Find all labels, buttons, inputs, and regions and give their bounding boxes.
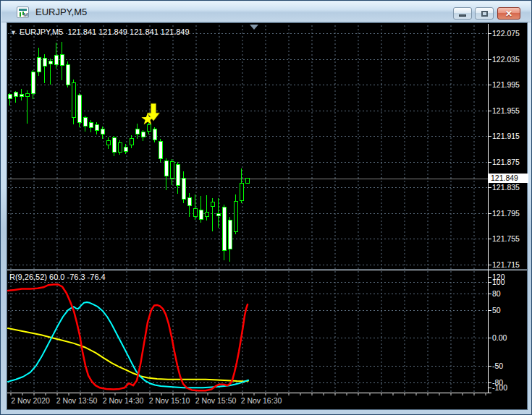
candle-body [141, 132, 145, 137]
price-axis-label: 121.915 [492, 132, 520, 140]
candle-body [176, 164, 180, 185]
candle-body [95, 125, 98, 130]
candle-body [170, 162, 174, 179]
candle-body [77, 95, 81, 122]
candle-body [112, 138, 116, 153]
candle-body [83, 117, 87, 126]
price-axis-label: 121.995 [492, 80, 520, 89]
price-axis-label: 122.075 [492, 29, 520, 38]
chart-ohlc-header[interactable]: ▼EURJPY,M5 121.841 121.849 121.841 121.8… [10, 27, 190, 36]
indicator-header[interactable]: R(9,26,52) 60.0 -76.3 -76.4 [9, 273, 106, 281]
time-axis-label: 2 Nov 14:30 [103, 396, 144, 405]
chart-document-icon: M [17, 7, 29, 18]
candle-body [101, 129, 104, 134]
indicator-axis-label: 50 [492, 306, 501, 315]
candle-body [228, 220, 232, 249]
indicator-line-cyan [8, 302, 248, 388]
candle-body [153, 129, 156, 140]
candle-body [8, 94, 12, 98]
window-title: EURJPY,M5 [35, 7, 87, 17]
candle-body [187, 197, 191, 206]
indicator-axis-label: -100 [492, 383, 507, 392]
candle-body [205, 213, 208, 217]
candle-body [54, 55, 58, 64]
chart-symbol-period: EURJPY,M5 [20, 27, 63, 36]
candle-body [135, 129, 139, 134]
indicator-axis-label: 80 [492, 289, 501, 298]
candle-body [66, 65, 69, 85]
title-bar[interactable]: M EURJPY,M5 ✕ [1, 1, 531, 22]
chart-shift-marker-icon [250, 25, 258, 30]
current-price-badge: 121.849 [489, 174, 528, 183]
indicator-line-red [8, 284, 248, 390]
indicator-axis-label: -50 [492, 361, 503, 370]
candle-body [240, 184, 243, 201]
indicator-axis-label: 100 [492, 278, 505, 286]
candle-body [199, 210, 203, 219]
candle-body [31, 72, 35, 93]
candle-body [245, 179, 249, 184]
restore-button[interactable] [475, 7, 494, 20]
candle-body [147, 125, 151, 132]
chart-client-area: 122.075122.035121.995121.955121.915121.8… [7, 22, 528, 410]
price-axis-label: 121.755 [492, 234, 520, 243]
price-axis-label: 122.035 [492, 55, 520, 64]
close-button[interactable]: ✕ [497, 7, 520, 20]
candle-body [14, 93, 17, 97]
time-axis-label: 2 Nov 2020 [11, 396, 50, 405]
candle-body [211, 202, 214, 206]
time-axis-label: 2 Nov 15:50 [195, 396, 237, 405]
candle-body [234, 202, 237, 232]
time-axis-label: 2 Nov 16:30 [241, 396, 282, 405]
chart-ohlc-values: 121.841 121.849 121.841 121.849 [67, 27, 189, 36]
price-axis-label: 121.795 [492, 209, 520, 218]
price-axis-label: 121.835 [492, 183, 520, 192]
candle-body [60, 54, 64, 65]
candle-body [43, 59, 46, 67]
candle-body [48, 61, 52, 64]
candle-body [164, 161, 168, 176]
candle-body [130, 139, 133, 145]
price-axis-label: 121.955 [492, 106, 520, 115]
candle-body [182, 179, 185, 199]
window-frame-bottom [1, 409, 531, 414]
time-axis-label: 2 Nov 13:50 [56, 396, 98, 405]
candle-body [124, 147, 127, 151]
minimize-icon [459, 14, 466, 17]
candle-body [216, 213, 220, 216]
candle-body [159, 141, 162, 159]
chevron-down-icon: ▼ [10, 29, 17, 36]
candle-body [72, 82, 75, 117]
candle-body [106, 140, 110, 145]
candle-body [89, 122, 93, 127]
price-axis-label: 121.875 [492, 158, 520, 166]
indicator-axis-label: 0.00 [492, 333, 507, 342]
chart-window: M EURJPY,M5 ✕ 122.075122.035121.995121.9… [0, 0, 532, 415]
restore-icon [481, 11, 488, 17]
time-axis-label: 2 Nov 15:10 [149, 396, 190, 405]
candle-body [222, 208, 226, 251]
price-axis-label: 121.715 [492, 260, 520, 269]
close-icon: ✕ [505, 9, 512, 18]
chart-canvas[interactable]: 122.075122.035121.995121.955121.915121.8… [7, 23, 527, 409]
candle-body [25, 94, 29, 97]
candle-body [37, 58, 41, 72]
candle-body [20, 94, 23, 97]
candle-body [193, 208, 197, 217]
candle-body [118, 143, 122, 152]
minimize-button[interactable] [453, 7, 472, 20]
